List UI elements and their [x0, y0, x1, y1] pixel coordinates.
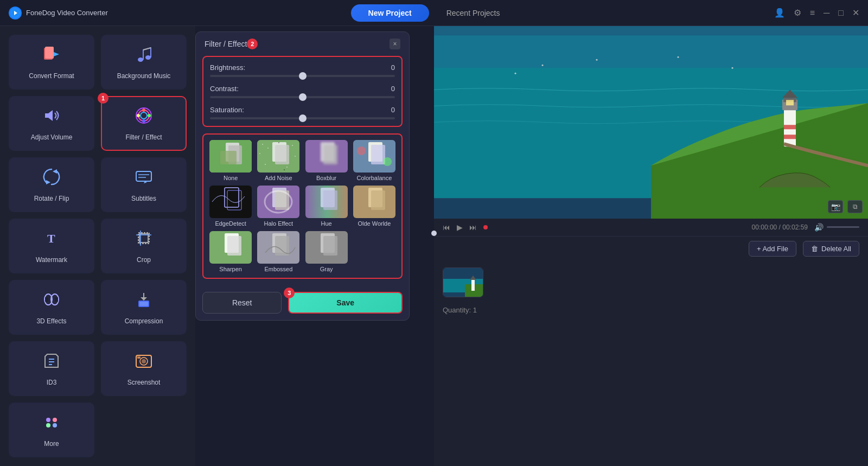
pip-overlay-button[interactable]: ⧉: [847, 200, 863, 213]
svg-point-39: [53, 418, 57, 422]
3d-effects-label: 3D Effects: [36, 317, 66, 325]
user-icon[interactable]: 👤: [774, 8, 785, 18]
svg-point-52: [292, 145, 293, 146]
volume-icon[interactable]: 🔊: [814, 223, 824, 232]
thumbnail-item-1[interactable]: [443, 267, 483, 297]
sidebar-item-background-music[interactable]: Background Music: [101, 35, 187, 90]
effect-add-noise[interactable]: Add Noise: [257, 140, 300, 181]
effect-edgedetect[interactable]: EdgeDetect: [209, 186, 252, 227]
crop-label: Crop: [137, 256, 151, 264]
effect-none[interactable]: None: [209, 140, 252, 181]
svg-rect-90: [434, 26, 868, 68]
svg-point-55: [286, 167, 288, 168]
sidebar-item-more[interactable]: More: [9, 403, 94, 457]
effect-hue[interactable]: Hue: [305, 186, 348, 227]
brightness-track[interactable]: [210, 75, 395, 77]
effect-olde-worlde[interactable]: Olde Worlde: [353, 186, 396, 227]
app-logo: FoneDog Video Converter: [9, 7, 351, 20]
contrast-slider-row: Contrast: 0: [210, 85, 395, 98]
sidebar-item-screenshot[interactable]: Screenshot: [101, 341, 187, 396]
svg-marker-14: [46, 180, 50, 184]
effect-halo-effect-label: Halo Effect: [264, 220, 293, 227]
brightness-slider-row: Brightness: 0: [210, 63, 395, 77]
svg-rect-97: [786, 100, 794, 105]
effect-none-label: None: [224, 175, 238, 181]
tab-new-project[interactable]: New Project: [351, 4, 429, 22]
screenshot-overlay-button[interactable]: 📷: [828, 200, 843, 213]
close-button[interactable]: ✕: [852, 8, 859, 18]
filter-dialog-buttons: Reset Save: [196, 285, 409, 320]
svg-point-41: [53, 423, 57, 427]
app-name: FoneDog Video Converter: [26, 9, 108, 17]
effect-colorbalance[interactable]: Colorbalance: [353, 140, 396, 181]
effect-sharpen[interactable]: Sharpen: [209, 231, 252, 272]
svg-point-51: [259, 153, 260, 154]
effect-add-noise-thumb: [257, 140, 299, 173]
menu-icon[interactable]: ≡: [810, 8, 815, 18]
time-current: 00:00:00: [752, 224, 777, 231]
sidebar-item-compression[interactable]: Compression: [101, 280, 187, 335]
effect-gray[interactable]: Gray: [305, 231, 348, 272]
effect-embossed[interactable]: Embossed: [257, 231, 300, 272]
save-button[interactable]: Save: [288, 292, 403, 314]
sidebar-item-convert-format[interactable]: Convert Format: [9, 35, 94, 90]
file-management: + Add File 🗑 Delete All: [434, 236, 868, 261]
svg-point-5: [145, 55, 151, 60]
sidebar-item-crop[interactable]: Crop: [101, 219, 187, 273]
filter-dialog-close-button[interactable]: ×: [390, 39, 400, 49]
sidebar-item-id3[interactable]: ID3: [9, 341, 94, 396]
main-layout: Convert Format Background Music: [0, 26, 868, 466]
sidebar-item-adjust-volume[interactable]: Adjust Volume: [9, 96, 94, 151]
adjust-volume-icon: [42, 106, 61, 129]
subtitles-label: Subtitles: [131, 195, 156, 202]
sidebar-grid: Convert Format Background Music: [9, 35, 187, 457]
effect-colorbalance-label: Colorbalance: [356, 175, 392, 181]
sidebar-item-subtitles[interactable]: Subtitles: [101, 157, 187, 212]
saturation-thumb[interactable]: [299, 114, 307, 122]
svg-point-4: [138, 58, 143, 62]
reset-button[interactable]: Reset: [202, 292, 282, 314]
background-music-label: Background Music: [117, 72, 171, 80]
effect-embossed-thumb: [257, 231, 299, 264]
effect-embossed-label: Embossed: [264, 266, 292, 272]
sidebar-item-3d-effects[interactable]: 3D Effects: [9, 280, 94, 335]
delete-all-button[interactable]: 🗑 Delete All: [803, 241, 859, 257]
effect-olde-worlde-label: Olde Worlde: [358, 220, 391, 227]
add-file-button[interactable]: + Add File: [749, 241, 796, 257]
contrast-thumb[interactable]: [299, 93, 307, 101]
saturation-track[interactable]: [210, 117, 395, 119]
contrast-label: Contrast:: [210, 85, 239, 93]
rotate-flip-icon: [42, 167, 61, 190]
effect-halo-effect[interactable]: Halo Effect: [257, 186, 300, 227]
brightness-label-row: Brightness: 0: [210, 63, 395, 72]
rotate-flip-label: Rotate / Flip: [34, 195, 69, 202]
minimize-button[interactable]: ─: [824, 8, 829, 18]
filter-dialog-title: Filter / Effect: [205, 40, 247, 48]
svg-rect-25: [45, 297, 48, 302]
play-button[interactable]: ▶: [457, 223, 463, 232]
svg-point-57: [284, 169, 285, 170]
skip-to-end-button[interactable]: ⏭: [469, 223, 477, 232]
watermark-icon: T: [42, 228, 61, 252]
volume-track[interactable]: [827, 226, 859, 228]
sidebar-item-watermark[interactable]: T Watermark: [9, 219, 94, 273]
more-label: More: [44, 440, 59, 448]
contrast-track[interactable]: [210, 96, 395, 98]
volume-thumb[interactable]: [431, 231, 437, 236]
sidebar-item-filter-effect[interactable]: Filter / Effect: [101, 96, 187, 151]
sidebar-item-rotate-flip[interactable]: Rotate / Flip: [9, 157, 94, 212]
filter-effect-label: Filter / Effect: [125, 133, 162, 141]
effect-boxblur[interactable]: Boxblur: [305, 140, 348, 181]
skip-to-start-button[interactable]: ⏮: [443, 223, 450, 232]
svg-rect-93: [784, 135, 796, 139]
maximize-button[interactable]: □: [838, 8, 844, 18]
brightness-thumb[interactable]: [299, 72, 307, 80]
saturation-slider-row: Saturation: 0: [210, 106, 395, 119]
delete-all-label: Delete All: [821, 245, 851, 253]
tab-recent-projects[interactable]: Recent Projects: [429, 4, 518, 22]
filter-dialog-header: Filter / Effect 2 ×: [196, 32, 409, 56]
settings-icon[interactable]: ⚙: [794, 8, 801, 18]
trash-icon: 🗑: [811, 245, 818, 253]
svg-point-40: [46, 423, 50, 427]
svg-point-56: [278, 142, 279, 143]
